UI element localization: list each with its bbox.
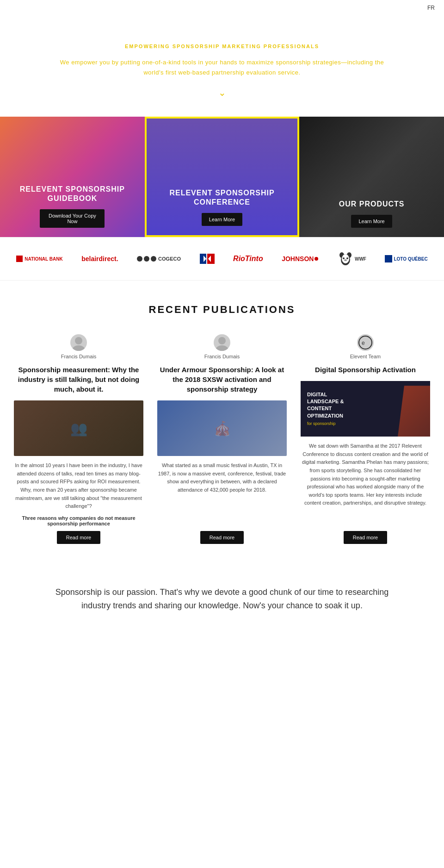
pub-desc-3: We sat down with Samantha at the 2017 Re… [301,442,430,507]
svg-point-8 [314,257,318,261]
promo-cards: RELEVENT SPONSORSHIP GUIDEBOOK Download … [0,117,444,237]
logo-loto-quebec: LOTO QUÉBEC [385,255,427,262]
svg-point-1 [137,256,142,262]
pub-image-people-icon: 👥 [14,400,143,456]
publications-title: RECENT PUBLICATIONS [14,304,430,316]
svg-rect-16 [385,255,392,262]
svg-point-3 [151,256,156,262]
card-conference-title: RELEVENT SPONSORSHIP CONFERENCE [156,188,288,208]
products-learn-more-button[interactable]: Learn More [351,215,392,228]
pub-image-3: DIGITALLANDSCAPE &CONTENTOPTIMIZATION fo… [301,381,430,437]
guidebook-download-button[interactable]: Download Your Copy Now [40,209,105,228]
svg-text:e: e [362,340,365,346]
svg-point-15 [344,259,347,261]
pub-desc-2: What started as a small music festival i… [157,462,287,494]
publications-grid: Francis Dumais Sponsorship measurement: … [14,334,430,544]
svg-point-13 [343,257,345,259]
publications-section: RECENT PUBLICATIONS Francis Dumais Spons… [0,281,444,562]
svg-point-17 [75,337,82,344]
svg-point-2 [144,256,149,262]
svg-point-18 [72,345,85,351]
card-products-title: OUR PRODUCTS [339,200,405,209]
svg-point-21 [359,336,372,349]
pub-title-2: Under Armour Sponsorship: A look at the … [157,365,287,394]
pub-read-more-1[interactable]: Read more [57,531,100,544]
presenter-silhouette [398,386,430,437]
pub-desc-1: In the almost 10 years I have been in th… [14,462,143,511]
logo-johnson: JOHNSON [282,255,318,262]
svg-point-20 [216,345,228,351]
svg-rect-0 [16,256,23,262]
lang-switcher[interactable]: FR [427,5,435,11]
pub-card-2: Francis Dumais Under Armour Sponsorship:… [157,334,287,544]
conference-learn-more-button[interactable]: Learn More [202,213,242,226]
pub-author-1: Francis Dumais [61,354,96,359]
card-guidebook: RELEVENT SPONSORSHIP GUIDEBOOK Download … [0,117,145,237]
logo-unknown [200,254,215,264]
pub-card-1: Francis Dumais Sponsorship measurement: … [14,334,143,544]
logo-wwf: WWF [337,250,366,267]
hero-description: We empower you by putting one-of-a-kind … [56,57,388,78]
pub-bold-1: Three reasons why companies do not measu… [14,515,143,526]
pub-read-more-3[interactable]: Read more [344,531,387,544]
hero-subtitle: EMPOWERING SPONSORSHIP MARKETING PROFESS… [56,44,388,49]
logo-belair: belairdirect. [81,255,118,262]
card-conference-content: RELEVENT SPONSORSHIP CONFERENCE Learn Mo… [156,188,288,226]
card-products-content: OUR PRODUCTS Learn More [339,200,405,228]
pub-title-3: Digital Sponsorship Activation [315,365,416,375]
card-conference: RELEVENT SPONSORSHIP CONFERENCE Learn Mo… [145,117,299,237]
digital-landscape-text: DIGITALLANDSCAPE &CONTENTOPTIMIZATION fo… [307,391,344,427]
pub-card-3: e Elevent Team Digital Sponsorship Activ… [301,334,430,544]
passion-text: Sponsorship is our passion. That's why w… [46,586,398,612]
card-products: OUR PRODUCTS Learn More [299,117,444,237]
pub-avatar-2 [214,334,230,351]
logos-section: NATIONAL BANK belairdirect. COGECO RioTi… [0,237,444,281]
card-guidebook-title: RELEVENT SPONSORSHIP GUIDEBOOK [9,185,136,204]
logo-riotinto: RioTinto [233,255,263,263]
card-guidebook-content: RELEVENT SPONSORSHIP GUIDEBOOK Download … [9,185,136,228]
top-bar: FR [0,0,444,16]
pub-author-3: Elevent Team [350,354,381,359]
pub-author-2: Francis Dumais [204,354,240,359]
pub-avatar-3: e [357,334,374,351]
hero-section: EMPOWERING SPONSORSHIP MARKETING PROFESS… [0,16,444,117]
svg-point-14 [346,257,348,259]
logo-national-bank: NATIONAL BANK [16,256,62,262]
passion-section: Sponsorship is our passion. That's why w… [0,562,444,631]
pub-image-event-icon: 🎪 [157,400,287,456]
logo-cogeco: COGECO [137,256,181,262]
pub-title-1: Sponsorship measurement: Why the industr… [14,365,143,394]
svg-point-19 [218,337,226,344]
pub-image-2: 🎪 [157,400,287,456]
pub-read-more-2[interactable]: Read more [200,531,244,544]
hero-arrow-icon[interactable]: ⌄ [56,87,388,98]
pub-image-1: 👥 [14,400,143,456]
pub-avatar-1 [70,334,87,351]
